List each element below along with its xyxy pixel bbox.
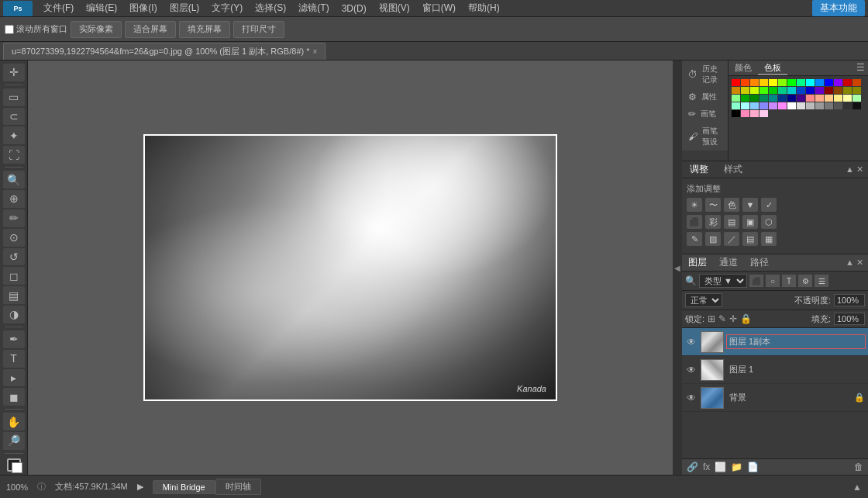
eyedropper-tool[interactable]: 🔍 [3,171,25,188]
exposure-adj-btn[interactable]: ▤ [742,232,758,246]
menu-filter[interactable]: 滤镜(T) [292,0,335,16]
scroll-all-checkbox-label[interactable]: 滚动所有窗口 [5,23,67,35]
pen-tool[interactable]: ✒ [3,330,25,348]
color-swatch[interactable] [750,102,759,109]
color-swatch[interactable] [732,87,740,94]
menu-help[interactable]: 帮助(H) [462,0,506,16]
layer-name-1[interactable]: 图层 1副本 [727,335,865,348]
color-swatch[interactable] [797,87,805,94]
menu-layer[interactable]: 图层(L) [164,0,206,16]
text-tool[interactable]: T [3,350,25,368]
color-swatch[interactable] [787,102,796,109]
color-swatch[interactable] [852,79,861,86]
status-expand-icon[interactable]: ▲ [852,482,862,493]
lock-position-icon[interactable]: ⊞ [708,313,715,324]
color-swatch[interactable] [825,102,833,109]
panel-collapse-handle[interactable]: ◀ [673,61,682,475]
canvas-image[interactable]: Kanada [145,136,556,399]
color-swatch[interactable] [741,102,749,109]
quick-select-tool[interactable]: ✦ [3,126,25,144]
marquee-tool[interactable]: ▭ [3,88,25,106]
history-panel-header[interactable]: ⏱ 历史记录 [682,61,728,88]
paths-tab[interactable]: 路径 [744,254,775,271]
color-swatch[interactable] [815,102,824,109]
fit-screen-btn[interactable]: 适合屏幕 [125,21,176,38]
clone-tool[interactable]: ⊙ [3,229,25,247]
color-swatch[interactable] [806,79,815,86]
color-swatch[interactable] [760,87,768,94]
color-swatch[interactable] [778,95,787,102]
panel-menu-icon[interactable]: ☰ [856,62,865,74]
fill-input[interactable] [834,313,865,325]
selective-color-adj-btn[interactable]: ▣ [742,215,758,229]
crop-tool[interactable]: ⛶ [3,146,25,164]
color-swatch[interactable] [825,87,833,94]
color-swatch[interactable] [750,87,759,94]
layer-visibility-toggle-1[interactable]: 👁 [685,336,698,348]
menu-window[interactable]: 窗口(W) [416,0,462,16]
layer-filter-type-select[interactable]: 类型 ▼ [699,274,747,288]
layer-filter-icon-5[interactable]: ☰ [815,275,828,287]
threshold-adj-btn[interactable]: ▨ [705,232,721,246]
create-group-btn[interactable]: 📁 [731,462,742,472]
color-swatch[interactable] [787,95,796,102]
color-swatch[interactable] [815,95,824,102]
menu-3d[interactable]: 3D(D) [336,2,373,16]
color-swatch[interactable] [732,110,740,117]
path-select-tool[interactable]: ▸ [3,369,25,387]
scroll-all-checkbox[interactable] [5,25,14,34]
color-swatch[interactable] [834,95,842,102]
color-swatch[interactable] [797,95,805,102]
color-swatch[interactable] [843,87,852,94]
color-tab[interactable]: 颜色 [728,61,758,75]
color-swatch[interactable] [741,87,749,94]
invert-adj-btn[interactable]: ⬡ [761,215,777,229]
menu-image[interactable]: 图像(I) [123,0,163,16]
color-swatch[interactable] [769,95,777,102]
brightness-adj-btn[interactable]: ☀ [687,198,702,212]
zoom-tool[interactable]: 🔎 [3,432,25,450]
layer-item-1[interactable]: 👁 图层 1 [682,356,868,384]
shape-tool[interactable]: ◼ [3,388,25,406]
color-swatch[interactable] [732,95,740,102]
lock-all-icon[interactable]: 🔒 [740,313,752,324]
layers-tab[interactable]: 图层 [682,254,713,271]
layers-panel-collapse-icon[interactable]: ▲ [846,258,854,268]
brush-panel-header[interactable]: ✏ 画笔 [682,105,728,123]
color-swatch[interactable] [815,79,824,86]
layers-panel-close-icon[interactable]: ✕ [856,258,863,268]
layer-name-3[interactable]: 背景 [727,391,851,404]
color-swatch[interactable] [797,79,805,86]
color-swatch[interactable] [732,102,740,109]
gradient-map-adj-btn[interactable]: ▤ [724,215,739,229]
workspace-btn[interactable]: 基本功能 [812,0,865,16]
document-tab[interactable]: u=870273399,1922794564&fm=26&gp=0.jpg @ … [3,43,326,60]
layer-item-bg[interactable]: 👁 背景 🔒 [682,384,868,412]
foreground-color[interactable] [7,458,21,472]
fill-screen-btn[interactable]: 填充屏幕 [179,21,230,38]
levels-adj-btn[interactable]: ／ [724,232,739,246]
create-layer-btn[interactable]: 📄 [747,462,759,472]
brush-tool[interactable]: ✏ [3,209,25,227]
layer-item-copy[interactable]: 👁 图层 1副本 [682,328,868,356]
color-swatch[interactable] [760,102,768,109]
color-swatch[interactable] [750,95,759,102]
print-size-btn[interactable]: 打印尺寸 [233,21,284,38]
color-swatch[interactable] [797,102,805,109]
color-swatch[interactable] [852,87,861,94]
color-swatch[interactable] [852,102,861,109]
color-swatch[interactable] [825,79,833,86]
styles-tab[interactable]: 样式 [716,161,750,178]
menu-view[interactable]: 视图(V) [373,0,416,16]
close-tab-btn[interactable]: × [313,47,318,56]
vibrance-adj-btn[interactable]: ▼ [742,198,758,212]
color-swatch[interactable] [778,87,787,94]
curves-adj-btn[interactable]: 〜 [705,198,721,212]
layer-visibility-toggle-2[interactable]: 👁 [685,364,698,376]
mini-bridge-tab[interactable]: Mini Bridge [153,480,215,494]
channels-tab[interactable]: 通道 [713,254,744,271]
add-mask-btn[interactable]: ⬜ [715,462,726,472]
swatches-tab[interactable]: 色板 [758,61,787,75]
link-layers-btn[interactable]: 🔗 [687,462,698,472]
adj-panel-collapse-icon[interactable]: ▲ [846,164,854,175]
